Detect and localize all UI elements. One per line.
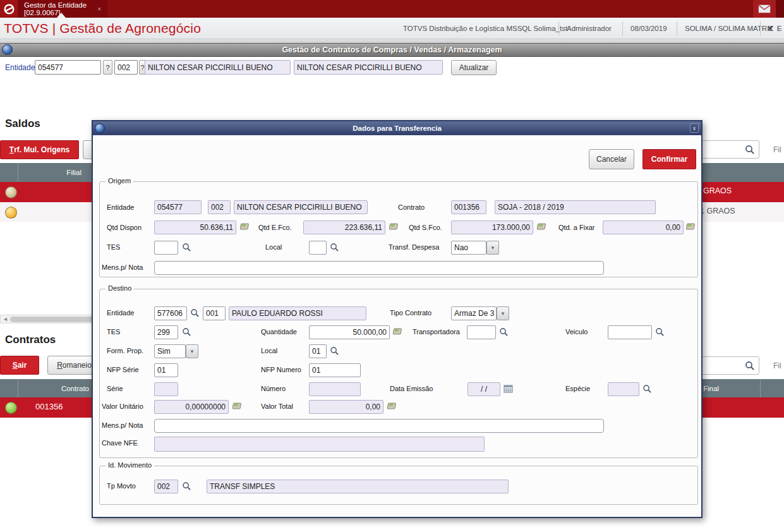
destino-loja-input[interactable]: 001 bbox=[203, 306, 226, 320]
confirm-button[interactable]: Confirmar bbox=[642, 149, 696, 169]
exit-button[interactable]: ✕ E bbox=[767, 18, 781, 39]
tipo-contrato-label: Tipo Contrato bbox=[390, 309, 431, 317]
nfp-numero-input[interactable]: 01 bbox=[309, 363, 361, 377]
chave-nfe-field[interactable] bbox=[154, 437, 485, 452]
search-icon[interactable] bbox=[655, 327, 665, 337]
destino-entidade-label: Entidade bbox=[107, 309, 134, 317]
calculator-icon[interactable] bbox=[685, 222, 696, 231]
dropdown-arrow-icon[interactable]: ▼ bbox=[497, 306, 509, 320]
numero-field[interactable] bbox=[309, 382, 361, 396]
dropdown-arrow-icon[interactable]: ▼ bbox=[486, 241, 499, 255]
tp-movto-code[interactable]: 002 bbox=[154, 480, 178, 493]
contratos-col-contrato[interactable]: Contrato bbox=[18, 385, 89, 392]
origem-contrato-label: Contrato bbox=[398, 203, 425, 211]
veiculo-input[interactable] bbox=[608, 325, 652, 339]
search-icon[interactable] bbox=[182, 243, 191, 252]
search-icon bbox=[745, 145, 755, 155]
valor-unitario-label: Valor Unitário bbox=[102, 402, 143, 410]
transfer-dialog: Dados para Transferencia x Cancelar Conf… bbox=[92, 120, 703, 518]
destino-local-input[interactable]: 01 bbox=[309, 344, 327, 358]
quantidade-input[interactable]: 50.000,00 bbox=[309, 325, 390, 339]
search-icon[interactable] bbox=[182, 481, 191, 491]
calendar-icon[interactable] bbox=[504, 384, 513, 393]
qtd-efco-field[interactable]: 223.636,11 bbox=[303, 221, 385, 234]
destino-tes-input[interactable]: 299 bbox=[154, 325, 178, 339]
totvs-logo-icon bbox=[3, 3, 15, 15]
form-prop-select[interactable]: Sim bbox=[154, 344, 186, 358]
entity-name-field: NILTON CESAR PICCIRILLI BUENO bbox=[145, 60, 291, 75]
nfp-serie-input[interactable]: 01 bbox=[154, 363, 178, 377]
nfp-numero-label: NFP Numero bbox=[261, 366, 301, 373]
destino-entidade-input[interactable]: 577606 bbox=[154, 306, 187, 320]
calculator-icon[interactable] bbox=[389, 222, 399, 231]
contratos-col-final[interactable]: .Final bbox=[701, 385, 719, 392]
calculator-icon[interactable] bbox=[387, 402, 397, 410]
valor-unitario-field[interactable]: 0,00000000 bbox=[154, 400, 229, 414]
valor-total-field[interactable]: 0,00 bbox=[309, 400, 383, 414]
search-icon[interactable] bbox=[330, 243, 339, 252]
entity-label: Entidade bbox=[5, 63, 35, 72]
nfp-serie-label: NFP Série bbox=[107, 366, 139, 373]
origem-entidade-label: Entidade bbox=[107, 203, 134, 211]
dropdown-arrow-icon[interactable]: ▼ bbox=[186, 344, 198, 358]
qtd-sfco-field[interactable]: 173.000,00 bbox=[451, 221, 533, 234]
saldos-status-col bbox=[0, 163, 18, 182]
header-environment: TOTVS Distribuição e Logística MSSQL Sol… bbox=[403, 18, 567, 39]
entity-code-input[interactable]: 054577 bbox=[35, 60, 101, 75]
tipo-contrato-select[interactable]: Armaz De 3 bbox=[451, 306, 497, 320]
cancel-button[interactable]: Cancelar bbox=[589, 149, 634, 169]
destino-local-label: Local bbox=[261, 347, 277, 354]
tab-close-icon[interactable]: × bbox=[97, 6, 101, 13]
trf-mul-origens-button[interactable]: Trf. Mul. Origens bbox=[0, 140, 79, 159]
search-icon[interactable] bbox=[182, 327, 191, 337]
movimento-legend: Id. Movimento bbox=[106, 461, 154, 469]
origem-tes-input[interactable] bbox=[154, 241, 178, 255]
sair-accel: S bbox=[13, 361, 18, 370]
contratos-heading: Contratos bbox=[5, 334, 56, 346]
store-code-input[interactable]: 002 bbox=[114, 60, 138, 75]
contratos-filter-label[interactable]: Fil bbox=[773, 361, 781, 370]
scroll-left-icon[interactable]: ◄ bbox=[1, 316, 10, 322]
calculator-icon[interactable] bbox=[239, 222, 250, 231]
refresh-button[interactable]: Atualizar bbox=[451, 60, 497, 75]
search-icon[interactable] bbox=[330, 346, 339, 356]
especie-label: Espécie bbox=[565, 385, 590, 392]
numero-label: Número bbox=[261, 385, 286, 392]
origem-mens-input[interactable] bbox=[154, 261, 604, 275]
destino-mens-input[interactable] bbox=[154, 419, 604, 433]
calculator-icon[interactable] bbox=[536, 222, 546, 231]
especie-field[interactable] bbox=[608, 382, 639, 396]
header-divider bbox=[558, 21, 559, 35]
screen: Gestor da Entidade [02.9.0067] × TOTVS |… bbox=[0, 0, 784, 532]
data-emissao-field[interactable]: / / bbox=[467, 382, 500, 396]
exit-label: E bbox=[777, 25, 782, 32]
qtd-dispon-label: Qtd Dispon bbox=[107, 224, 142, 231]
origem-entidade-code[interactable]: 054577 bbox=[154, 200, 202, 214]
header-user: Administrador bbox=[567, 18, 612, 39]
entity-help-button[interactable]: ? bbox=[103, 60, 112, 75]
search-icon[interactable] bbox=[190, 308, 200, 318]
dialog-close-button[interactable]: x bbox=[690, 123, 699, 133]
search-icon[interactable] bbox=[499, 327, 509, 337]
qtd-dispon-field[interactable]: 50.636,11 bbox=[154, 221, 236, 234]
calculator-icon[interactable] bbox=[232, 402, 242, 410]
dialog-icon bbox=[95, 123, 105, 133]
search-icon[interactable] bbox=[642, 384, 652, 394]
sair-button[interactable]: Sair bbox=[0, 356, 39, 375]
qtd-fixar-field[interactable]: 0,00 bbox=[603, 221, 684, 234]
calculator-icon[interactable] bbox=[392, 327, 402, 336]
saldos-col-filial[interactable]: Filial bbox=[18, 169, 81, 176]
origem-contrato-code[interactable]: 001356 bbox=[451, 200, 486, 214]
transf-despesa-select[interactable]: Nao bbox=[451, 241, 486, 255]
qtd-fixar-label: Qtd. a Fixar bbox=[558, 224, 594, 231]
serie-field[interactable] bbox=[154, 382, 178, 396]
origem-tes-label: TES bbox=[107, 243, 120, 251]
saldos-filter-label[interactable]: Fil bbox=[773, 145, 781, 154]
app-brand: TOTVS | Gestão de Agronegócio bbox=[4, 21, 201, 36]
qtd-sfco-label: Qtd S.Fco. bbox=[409, 224, 442, 231]
mail-button[interactable] bbox=[753, 0, 776, 18]
transportadora-input[interactable] bbox=[467, 325, 496, 339]
origem-local-input[interactable] bbox=[309, 241, 327, 255]
status-circle-icon bbox=[5, 207, 17, 219]
origem-loja[interactable]: 002 bbox=[208, 200, 231, 214]
